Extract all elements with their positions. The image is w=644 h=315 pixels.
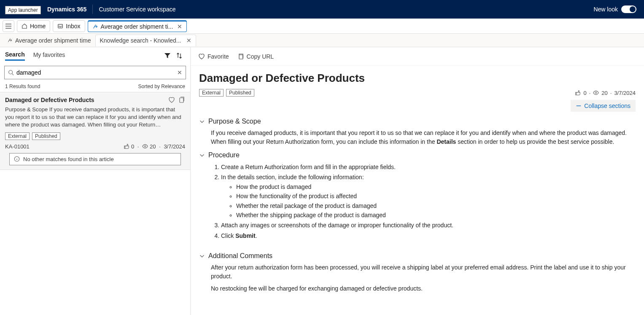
hamburger-button[interactable] [3,20,14,32]
result-id: KA-01001 [5,143,124,150]
heart-icon [198,53,205,60]
svg-point-13 [9,70,13,74]
favorite-button[interactable]: Favorite [198,53,229,60]
article-pane: Favorite Copy URL Damaged or Defective P… [191,47,644,315]
hamburger-icon [5,24,11,29]
list-item: Create a Return Authorization form and f… [221,162,636,172]
collapse-sections-button[interactable]: Collapse sections [571,100,636,112]
session-tabs: Home Inbox Average order shipment ti... … [0,19,644,34]
search-panel-tabs: Search My favorites [0,47,190,64]
list-item: How the product is damaged [236,182,636,191]
header-divider [92,5,93,14]
no-other-matches: No other matches found in this article [9,153,181,165]
section-additional: Additional Comments After your return au… [199,252,636,293]
filter-icon [164,52,171,59]
section-purpose-body: If you receive damaged products, it is i… [211,129,636,146]
new-look-label: New look [593,6,618,13]
tab-close-button[interactable]: ✕ [177,23,182,30]
search-box: ✕ [4,66,186,79]
results-count: 1 Results found [5,83,40,89]
article-actions: Favorite Copy URL [191,47,644,66]
case-icon [92,24,98,30]
sub-tabs: Average order shipment time Knowledge se… [0,34,644,47]
tab-case-label: Average order shipment ti... [101,23,173,30]
section-purpose: Purpose & Scope If you receive damaged p… [199,118,636,146]
thumbs-up-icon [575,90,581,96]
brand-label: Dynamics 365 [47,6,86,13]
favorites-tab[interactable]: My favorites [33,51,65,60]
svg-rect-20 [239,55,243,59]
favorite-icon[interactable] [168,97,175,103]
badge-external: External [5,132,30,140]
list-item: Click Submit. [221,231,636,240]
copy-icon [237,53,244,60]
result-title: Damaged or Defective Products [5,97,168,103]
home-icon [22,23,27,29]
tab-inbox[interactable]: Inbox [53,20,85,32]
filter-button[interactable] [162,50,173,62]
section-purpose-heading: Purpose & Scope [208,118,261,125]
app-launcher-tooltip: App launcher [5,6,41,14]
popout-icon[interactable] [178,97,185,103]
badge-published: Published [32,132,60,140]
list-item: Attach any images or screenshots of the … [221,221,636,230]
svg-point-21 [595,92,597,94]
sort-label: Sorted by Relevance [138,83,185,89]
collapse-icon [576,103,582,109]
result-card[interactable]: Damaged or Defective Products Purpose & … [0,92,190,170]
tab-home-label: Home [30,23,46,30]
case-icon [7,38,13,43]
subtab-case-label: Average order shipment time [15,37,91,44]
svg-rect-15 [180,98,183,102]
article-title: Damaged or Defective Products [199,72,636,85]
sort-icon [176,52,183,59]
tab-inbox-label: Inbox [66,23,80,30]
procedure-steps: Create a Return Authorization form and f… [221,162,636,240]
sort-button[interactable] [173,50,185,62]
section-purpose-toggle[interactable]: Purpose & Scope [199,118,636,125]
svg-point-16 [144,145,146,147]
thumbs-up-icon [124,143,129,149]
list-item: Whether the retail package of the produc… [236,201,636,210]
subtab-knowledge[interactable]: Knowledge search - Knowled... ✕ [95,35,196,46]
chevron-down-icon [199,118,205,124]
section-additional-toggle[interactable]: Additional Comments [199,252,636,260]
clear-search-button[interactable]: ✕ [177,69,182,76]
section-procedure: Procedure Create a Return Authorization … [199,151,636,240]
eye-icon [142,143,148,149]
article-stats: 0 · 20 · 3/7/2024 [575,90,636,96]
list-item: Whether the shipping package of the prod… [236,210,636,220]
new-look-toggle-group: New look [593,5,636,13]
search-input[interactable] [16,69,177,76]
article-badge-published: Published [226,89,254,97]
list-item: How the functionality of the product is … [236,191,636,201]
search-tab[interactable]: Search [5,51,25,61]
article-badge-external: External [199,89,224,97]
results-meta: 1 Results found Sorted by Relevance [0,81,190,92]
subtab-case[interactable]: Average order shipment time [3,35,95,46]
section-procedure-toggle[interactable]: Procedure [199,151,636,159]
list-item: In the details section, include the foll… [221,172,636,220]
inbox-icon [57,23,63,29]
copy-url-button[interactable]: Copy URL [237,53,274,60]
result-stats: 0 · 20 · 3/7/2024 [124,143,185,150]
chevron-down-icon [199,152,205,158]
subtab-knowledge-label: Knowledge search - Knowled... [100,37,181,44]
result-snippet: Purpose & Scope If you receive damaged p… [5,106,185,129]
subtab-close-button[interactable]: ✕ [186,37,191,44]
workspace-label: Customer Service workspace [99,6,175,13]
section-additional-heading: Additional Comments [208,252,272,260]
section-additional-p1: After your return authorization form has… [211,263,636,281]
svg-line-14 [12,74,14,75]
knowledge-search-panel: Search My favorites ✕ 1 Results found So… [0,47,191,315]
section-procedure-heading: Procedure [208,151,240,159]
tab-case-active[interactable]: Average order shipment ti... ✕ [88,20,187,32]
chevron-down-icon [199,253,205,259]
info-icon [14,156,20,162]
eye-icon [593,90,599,96]
new-look-toggle[interactable] [621,5,636,13]
tab-home[interactable]: Home [17,20,50,32]
search-icon [8,70,14,75]
global-header: App launcher Dynamics 365 Customer Servi… [0,0,644,19]
section-additional-p2: No restocking fee will be charged for ex… [211,284,636,293]
